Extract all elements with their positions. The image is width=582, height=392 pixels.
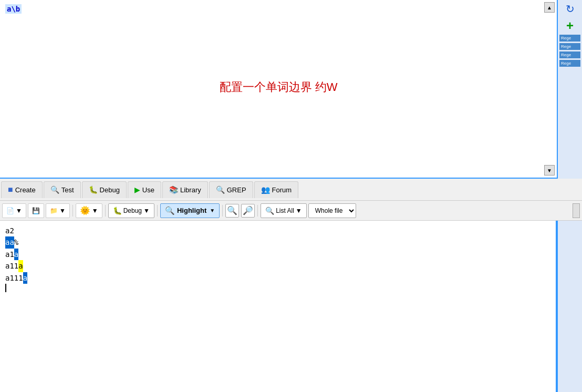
scroll-down-button[interactable]: ▼ <box>544 165 555 176</box>
right-border-panel <box>557 221 582 392</box>
line2-rest: % <box>14 236 18 248</box>
debug-arrow-icon: ▼ <box>143 207 150 214</box>
tab-library[interactable]: 📚 Library <box>162 181 208 198</box>
text-editor[interactable]: a2 aa% a1a a11a a111a <box>0 221 557 392</box>
create-icon: ■ <box>8 185 13 194</box>
debug-icon: 🐛 <box>89 185 98 194</box>
open-icon: 📁 <box>50 207 58 214</box>
save-icon: 💾 <box>32 207 40 214</box>
globe-button[interactable]: 🌞 ▼ <box>76 203 102 218</box>
tab-create-label: Create <box>15 186 36 194</box>
tab-test-label: Test <box>61 186 74 194</box>
tab-test[interactable]: 🔍 Test <box>44 181 81 198</box>
use-icon: ▶ <box>134 185 140 194</box>
new-file-button[interactable]: 📄 ▼ <box>2 203 26 218</box>
sidebar-arrow-icon: ↻ <box>566 3 575 15</box>
sidebar-add-button[interactable]: + <box>566 18 574 33</box>
line3-highlight: a <box>14 249 18 260</box>
save-button[interactable]: 💾 <box>28 203 44 218</box>
highlight-button-label: Highlight <box>177 207 206 214</box>
text-line-3: a1a <box>5 249 550 260</box>
highlight-search-icon: 🔍 <box>165 206 175 215</box>
tab-forum[interactable]: 👥 Forum <box>254 181 299 198</box>
sidebar-item[interactable]: Rege <box>559 35 580 42</box>
regex-display: a\b <box>5 4 22 14</box>
zoom-out-button[interactable]: 🔍 <box>225 204 239 218</box>
toolbar-scrollbar[interactable] <box>573 203 580 218</box>
separator3 <box>157 205 158 216</box>
text-line-2: aa% <box>5 236 550 248</box>
highlight-arrow-icon: ▼ <box>210 208 215 213</box>
grep-icon: 🔍 <box>216 185 225 194</box>
sidebar-item[interactable]: Rege <box>559 60 580 67</box>
toolbar: 📄 ▼ 💾 📁 ▼ 🌞 ▼ 🐛 Debug ▼ 🔍 Highlight <box>0 201 582 221</box>
line4-text: a11 <box>5 260 18 272</box>
line4-highlight: a <box>18 260 23 272</box>
globe-icon: 🌞 <box>80 205 90 215</box>
highlight-button[interactable]: 🔍 Highlight ▼ <box>160 203 220 218</box>
center-annotation: 配置一个单词边界 约W <box>220 79 338 95</box>
debug-button[interactable]: 🐛 Debug ▼ <box>108 203 154 218</box>
line1-text: a2 <box>5 225 14 236</box>
library-icon: 📚 <box>169 185 178 194</box>
tab-create[interactable]: ■ Create <box>1 181 43 198</box>
cursor-line <box>5 284 550 292</box>
scope-selector[interactable]: Whole file <box>308 203 356 218</box>
list-all-search-icon: 🔍 <box>265 207 274 215</box>
list-all-button-label: List All <box>276 207 294 214</box>
tab-forum-label: Forum <box>272 186 292 194</box>
separator4 <box>222 205 223 216</box>
separator2 <box>105 205 106 216</box>
new-arrow-icon: ▼ <box>16 207 22 214</box>
editor-panel: a\b 配置一个单词边界 约W ▲ ▼ <box>0 0 557 179</box>
line2-highlight: aa <box>5 236 14 248</box>
tab-use[interactable]: ▶ Use <box>128 181 161 198</box>
line5-text: a111 <box>5 272 23 284</box>
globe-arrow-icon: ▼ <box>92 207 98 214</box>
sidebar-item[interactable]: Rege <box>559 51 580 58</box>
line5-highlight: a <box>23 272 27 284</box>
open-arrow-icon: ▼ <box>59 207 66 214</box>
list-all-button[interactable]: 🔍 List All ▼ <box>261 203 307 218</box>
text-line-1: a2 <box>5 225 550 236</box>
zoom-in-button[interactable]: 🔎 <box>241 204 255 218</box>
scroll-up-button[interactable]: ▲ <box>544 2 555 13</box>
forum-icon: 👥 <box>261 185 270 194</box>
sidebar-item[interactable]: Rege <box>559 43 580 50</box>
open-button[interactable]: 📁 ▼ <box>46 203 70 218</box>
debug-run-icon: 🐛 <box>113 207 122 215</box>
separator1 <box>72 205 73 216</box>
tab-grep[interactable]: 🔍 GREP <box>209 181 253 198</box>
text-cursor <box>5 284 6 292</box>
tab-library-label: Library <box>180 186 201 194</box>
line3-text: a1 <box>5 249 14 260</box>
tab-grep-label: GREP <box>227 186 246 194</box>
separator5 <box>257 205 258 216</box>
text-line-4: a11a <box>5 260 550 272</box>
tab-debug-label: Debug <box>100 186 120 194</box>
text-line-5: a111a <box>5 272 550 284</box>
tab-use-label: Use <box>142 186 154 194</box>
list-all-arrow-icon: ▼ <box>296 207 302 214</box>
tab-debug[interactable]: 🐛 Debug <box>82 181 127 198</box>
debug-button-label: Debug <box>123 207 142 214</box>
new-file-icon: 📄 <box>6 207 14 214</box>
test-icon: 🔍 <box>50 185 59 194</box>
zoom-in-icon: 🔎 <box>243 205 253 215</box>
zoom-out-icon: 🔍 <box>227 205 237 215</box>
tab-bar: ■ Create 🔍 Test 🐛 Debug ▶ Use 📚 Library … <box>0 179 582 201</box>
